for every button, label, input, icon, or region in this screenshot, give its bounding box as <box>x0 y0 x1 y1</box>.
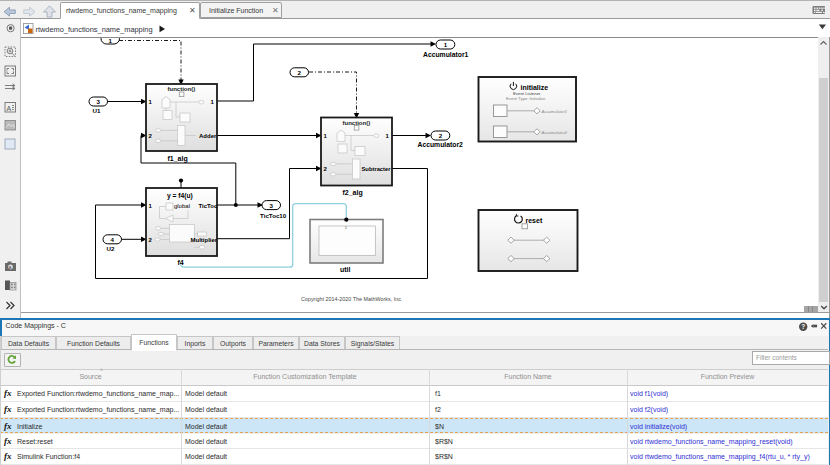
svg-text:initialize: initialize <box>521 84 549 91</box>
svg-text:Multiplier: Multiplier <box>191 237 218 243</box>
svg-text:1: 1 <box>444 41 448 48</box>
svg-text:A: A <box>7 105 12 112</box>
svg-text:3: 3 <box>97 98 101 105</box>
svg-text:?: ? <box>801 323 805 330</box>
svg-text:f4: f4 <box>178 259 184 266</box>
svg-text:y = f4(u): y = f4(u) <box>167 192 193 200</box>
svg-text:util: util <box>340 266 351 273</box>
svg-text:2: 2 <box>298 69 302 76</box>
svg-text:Accumulator1: Accumulator1 <box>541 109 568 114</box>
svg-text:Accumulator1: Accumulator1 <box>423 51 469 58</box>
svg-text:4: 4 <box>111 236 115 243</box>
svg-text:f2_alg: f2_alg <box>343 189 363 197</box>
svg-text:3: 3 <box>270 202 274 209</box>
svg-text:f1_alg: f1_alg <box>168 155 188 163</box>
svg-text:TicToc10: TicToc10 <box>260 212 287 219</box>
svg-text:Event Type: Initialize: Event Type: Initialize <box>506 96 546 101</box>
svg-text:Accumulator2: Accumulator2 <box>418 141 464 148</box>
svg-text:2: 2 <box>439 132 443 139</box>
svg-text:U1: U1 <box>93 107 101 114</box>
svg-text:function(): function() <box>343 120 371 126</box>
svg-text:rtwdemo_functions_name_mapping: rtwdemo_functions_name_mapping <box>36 25 153 34</box>
svg-text:U2: U2 <box>107 245 115 252</box>
svg-text:TicToc: TicToc <box>199 203 218 209</box>
svg-text:global: global <box>174 203 190 209</box>
svg-text:1: 1 <box>108 37 112 44</box>
svg-text:Accumulator2: Accumulator2 <box>541 130 568 135</box>
svg-text:Adder: Adder <box>199 133 217 139</box>
svg-text:function(): function() <box>168 86 196 92</box>
svg-text:Copyright 2014-2020 The MathWo: Copyright 2014-2020 The MathWorks, Inc. <box>301 296 402 302</box>
svg-text:Subtracter: Subtracter <box>362 166 392 172</box>
svg-text:reset: reset <box>526 217 543 224</box>
